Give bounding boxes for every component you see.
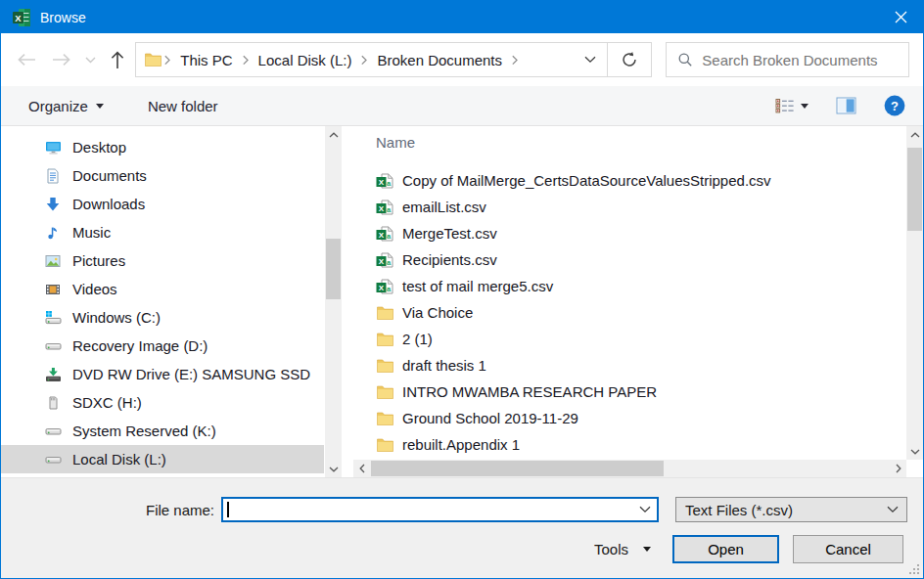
refresh-icon [621, 51, 638, 68]
sidebar-item[interactable]: Pictures [1, 246, 324, 275]
resize-grip[interactable] [909, 564, 920, 575]
svg-text:X: X [379, 230, 385, 239]
scroll-left-icon[interactable] [353, 460, 370, 477]
csv-file-icon: aX [376, 173, 393, 189]
breadcrumb-separator-icon[interactable] [358, 55, 370, 66]
help-button[interactable]: ? [884, 95, 905, 116]
file-type-dropdown-icon [881, 506, 904, 513]
scrollbar-thumb[interactable] [371, 461, 664, 476]
address-dropdown-button[interactable] [578, 56, 603, 64]
file-row[interactable]: aX emailList.csv [353, 194, 906, 220]
breadcrumb-item: Broken Documents [370, 52, 509, 68]
file-row[interactable]: aX Copy of MailMerge_CertsDataSourceValu… [353, 167, 906, 194]
breadcrumb-segment[interactable]: Broken Documents [358, 52, 509, 68]
sidebar-scrollbar[interactable] [325, 126, 342, 477]
back-arrow-icon [17, 53, 36, 67]
sidebar-item-label: System Reserved (K:) [72, 423, 216, 439]
file-row[interactable]: aX test of mail merge5.csv [353, 273, 906, 299]
csv-file-icon: aX [376, 279, 393, 294]
sidebar-item-label: Documents [72, 167, 147, 184]
sidebar-item[interactable]: DVD RW Drive (E:) SAMSUNG SSD [1, 360, 324, 388]
file-row[interactable]: draft thesis 1 [353, 352, 906, 379]
new-folder-label: New folder [148, 98, 218, 114]
refresh-button[interactable] [608, 42, 653, 77]
breadcrumb-separator-icon[interactable] [162, 55, 173, 66]
sidebar-item[interactable]: Downloads [1, 190, 324, 218]
drive-icon [45, 338, 62, 354]
scroll-down-icon[interactable] [906, 443, 923, 460]
file-type-select[interactable]: Text Files (*.csv) [675, 497, 907, 522]
tools-button[interactable]: Tools [594, 541, 651, 557]
file-rows: aX Copy of MailMerge_CertsDataSourceValu… [353, 167, 906, 458]
breadcrumb-separator-icon[interactable] [509, 55, 521, 66]
close-button[interactable] [878, 1, 923, 33]
sidebar-item[interactable]: Recovery Image (D:) [1, 332, 324, 360]
breadcrumb-separator-icon[interactable] [240, 55, 252, 66]
organize-button[interactable]: Organize [28, 98, 104, 114]
sidebar-item[interactable]: Videos [1, 275, 324, 303]
scroll-up-icon[interactable] [906, 126, 923, 143]
file-name-label: Copy of MailMerge_CertsDataSourceValuesS… [402, 172, 771, 189]
file-name-dropdown-icon[interactable] [633, 506, 657, 513]
sidebar-item-label: DVD RW Drive (E:) SAMSUNG SSD [72, 366, 310, 382]
svg-text:?: ? [891, 99, 899, 113]
search-input[interactable] [702, 52, 898, 68]
sidebar-item[interactable]: SDXC (H:) [1, 388, 324, 417]
file-row[interactable]: Via Choice [353, 299, 906, 326]
address-bar[interactable]: This PC Local Disk (L:) Broken Documents [135, 42, 607, 77]
music-icon [45, 225, 61, 241]
sidebar-item[interactable]: Documents [1, 161, 324, 190]
close-icon [895, 11, 907, 23]
name-column-header[interactable]: Name [353, 126, 906, 158]
scrollbar-thumb[interactable] [326, 239, 341, 299]
scroll-up-icon[interactable] [325, 126, 342, 143]
preview-pane-button[interactable] [836, 97, 856, 114]
file-row[interactable]: rebuilt.Appendix 1 [353, 431, 906, 458]
forward-arrow-icon [52, 53, 71, 67]
file-list-horizontal-scrollbar[interactable] [353, 460, 906, 477]
file-name-input[interactable] [223, 499, 633, 520]
search-box[interactable] [666, 42, 909, 77]
open-button[interactable]: Open [672, 535, 779, 563]
scroll-right-icon[interactable] [890, 460, 906, 477]
dialog-footer: File name: Text Files (*.csv) Tools Open [1, 477, 923, 578]
file-row[interactable]: aX Recipients.csv [353, 246, 906, 273]
file-name-combobox[interactable] [221, 497, 659, 522]
sidebar-item[interactable]: Windows (C:) [1, 303, 324, 332]
file-name-label: 2 (1) [402, 331, 433, 347]
up-arrow-icon [111, 51, 124, 69]
list-view-icon [775, 98, 795, 113]
file-row[interactable]: Ground School 2019-11-29 [353, 405, 906, 431]
back-button[interactable] [9, 42, 44, 77]
folder-icon [377, 412, 393, 425]
svg-text:X: X [379, 283, 385, 291]
breadcrumb-segment[interactable]: Local Disk (L:) [240, 52, 359, 68]
change-view-button[interactable] [775, 98, 808, 113]
file-list-vertical-scrollbar[interactable] [906, 126, 923, 460]
cancel-button[interactable]: Cancel [793, 535, 903, 563]
scrollbar-thumb[interactable] [907, 148, 922, 231]
sidebar-item[interactable]: System Reserved (K:) [1, 417, 324, 445]
sidebar-item-label: Local Disk (L:) [72, 451, 166, 468]
svg-text:X: X [379, 203, 385, 212]
recent-locations-button[interactable] [79, 42, 103, 77]
file-name-label: INTRO MWAMBA RESEARCH PAPER [402, 383, 657, 400]
up-button[interactable] [102, 42, 133, 77]
scroll-down-icon[interactable] [325, 461, 342, 477]
file-name-label: rebuilt.Appendix 1 [402, 436, 520, 453]
file-name-label: Ground School 2019-11-29 [402, 410, 578, 426]
file-row[interactable]: INTRO MWAMBA RESEARCH PAPER [353, 379, 906, 405]
forward-button[interactable] [44, 42, 79, 77]
breadcrumb-segment[interactable]: This PC [162, 52, 239, 68]
breadcrumb-item: This PC [173, 52, 239, 68]
sidebar-item[interactable]: Local Disk (L:) [1, 445, 324, 473]
text-cursor [227, 502, 229, 517]
sidebar-item[interactable]: Music [1, 218, 324, 246]
documents-icon [45, 168, 61, 184]
sidebar-item[interactable]: Desktop [1, 133, 324, 161]
file-name-label: MergeTest.csv [402, 225, 497, 242]
file-name-label: draft thesis 1 [402, 357, 486, 374]
new-folder-button[interactable]: New folder [148, 98, 218, 114]
file-row[interactable]: 2 (1) [353, 326, 906, 352]
file-row[interactable]: aX MergeTest.csv [353, 220, 906, 246]
